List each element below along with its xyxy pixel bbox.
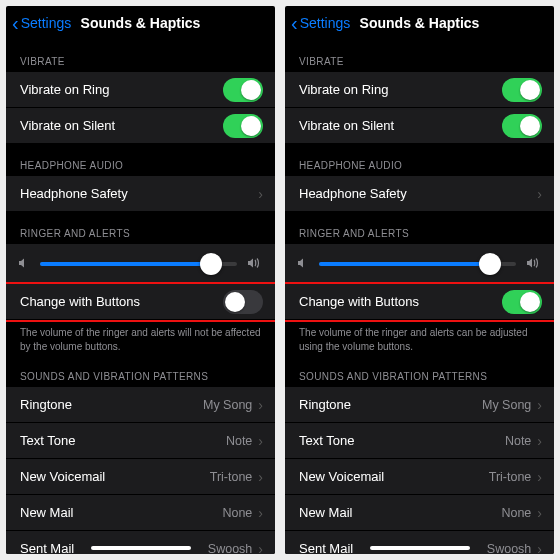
volume-slider[interactable] <box>40 262 237 266</box>
toggle-vibrate-ring[interactable] <box>502 78 542 102</box>
toggle-change-with-buttons[interactable] <box>223 290 263 314</box>
value: Swoosh <box>208 542 252 555</box>
toggle-change-with-buttons[interactable] <box>502 290 542 314</box>
chevron-right-icon: › <box>258 397 263 413</box>
section-vibrate: VIBRATE <box>285 40 554 72</box>
label: Text Tone <box>20 433 75 448</box>
back-label: Settings <box>300 15 351 31</box>
row-volume-slider <box>6 244 275 284</box>
label: Sent Mail <box>20 541 74 554</box>
value: None <box>501 506 531 520</box>
row-vibrate-silent[interactable]: Vibrate on Silent <box>285 108 554 144</box>
speaker-high-icon <box>526 257 542 272</box>
value: Tri-tone <box>489 470 532 484</box>
label: New Voicemail <box>299 469 384 484</box>
value: My Song <box>203 398 252 412</box>
row-vibrate-silent[interactable]: Vibrate on Silent <box>6 108 275 144</box>
chevron-right-icon: › <box>258 469 263 485</box>
chevron-right-icon: › <box>537 186 542 202</box>
section-patterns: SOUNDS AND VIBRATION PATTERNS <box>6 355 275 387</box>
back-button[interactable]: ‹ Settings <box>12 13 71 33</box>
chevron-right-icon: › <box>537 469 542 485</box>
chevron-right-icon: › <box>537 433 542 449</box>
label: New Mail <box>20 505 73 520</box>
scroll-area[interactable]: VIBRATE Vibrate on Ring Vibrate on Silen… <box>6 40 275 554</box>
toggle-vibrate-ring[interactable] <box>223 78 263 102</box>
chevron-left-icon: ‹ <box>12 13 19 33</box>
value: Swoosh <box>487 542 531 555</box>
row-sent-mail[interactable]: Sent Mail Swoosh› <box>285 531 554 554</box>
label: Ringtone <box>20 397 72 412</box>
row-ringtone[interactable]: Ringtone My Song› <box>285 387 554 423</box>
row-text-tone[interactable]: Text Tone Note› <box>6 423 275 459</box>
section-ringer: RINGER AND ALERTS <box>285 212 554 244</box>
row-vibrate-ring[interactable]: Vibrate on Ring <box>285 72 554 108</box>
label: Headphone Safety <box>20 186 128 201</box>
chevron-right-icon: › <box>537 541 542 555</box>
section-vibrate: VIBRATE <box>6 40 275 72</box>
home-indicator[interactable] <box>370 546 470 550</box>
footer-text: The volume of the ringer and alerts can … <box>285 320 554 355</box>
chevron-right-icon: › <box>258 505 263 521</box>
speaker-low-icon <box>18 257 30 272</box>
back-label: Settings <box>21 15 72 31</box>
row-new-mail[interactable]: New Mail None› <box>285 495 554 531</box>
row-headphone-safety[interactable]: Headphone Safety › <box>285 176 554 212</box>
row-change-with-buttons[interactable]: Change with Buttons <box>285 284 554 320</box>
chevron-right-icon: › <box>537 505 542 521</box>
volume-slider[interactable] <box>319 262 516 266</box>
chevron-right-icon: › <box>258 433 263 449</box>
phone-left: ‹ Settings Sounds & Haptics VIBRATE Vibr… <box>6 6 275 554</box>
toggle-vibrate-silent[interactable] <box>502 114 542 138</box>
label: Change with Buttons <box>20 294 140 309</box>
row-volume-slider <box>285 244 554 284</box>
row-vibrate-ring[interactable]: Vibrate on Ring <box>6 72 275 108</box>
section-headphone: HEADPHONE AUDIO <box>6 144 275 176</box>
row-sent-mail[interactable]: Sent Mail Swoosh› <box>6 531 275 554</box>
label: Vibrate on Ring <box>20 82 109 97</box>
label: Vibrate on Silent <box>299 118 394 133</box>
value: Note <box>505 434 531 448</box>
label: Change with Buttons <box>299 294 419 309</box>
home-indicator[interactable] <box>91 546 191 550</box>
label: Vibrate on Silent <box>20 118 115 133</box>
footer-text: The volume of the ringer and alerts will… <box>6 320 275 355</box>
label: Ringtone <box>299 397 351 412</box>
row-new-voicemail[interactable]: New Voicemail Tri-tone› <box>285 459 554 495</box>
chevron-left-icon: ‹ <box>291 13 298 33</box>
value: None <box>222 506 252 520</box>
label: New Voicemail <box>20 469 105 484</box>
label: Vibrate on Ring <box>299 82 388 97</box>
row-new-voicemail[interactable]: New Voicemail Tri-tone› <box>6 459 275 495</box>
scroll-area[interactable]: VIBRATE Vibrate on Ring Vibrate on Silen… <box>285 40 554 554</box>
row-ringtone[interactable]: Ringtone My Song› <box>6 387 275 423</box>
row-change-with-buttons[interactable]: Change with Buttons <box>6 284 275 320</box>
section-ringer: RINGER AND ALERTS <box>6 212 275 244</box>
section-headphone: HEADPHONE AUDIO <box>285 144 554 176</box>
row-headphone-safety[interactable]: Headphone Safety › <box>6 176 275 212</box>
row-new-mail[interactable]: New Mail None› <box>6 495 275 531</box>
slider-thumb[interactable] <box>200 253 222 275</box>
phone-right: ‹ Settings Sounds & Haptics VIBRATE Vibr… <box>285 6 554 554</box>
chevron-right-icon: › <box>537 397 542 413</box>
value: Tri-tone <box>210 470 253 484</box>
toggle-vibrate-silent[interactable] <box>223 114 263 138</box>
section-patterns: SOUNDS AND VIBRATION PATTERNS <box>285 355 554 387</box>
nav-bar: ‹ Settings Sounds & Haptics <box>6 6 275 40</box>
label: Text Tone <box>299 433 354 448</box>
value: My Song <box>482 398 531 412</box>
nav-bar: ‹ Settings Sounds & Haptics <box>285 6 554 40</box>
back-button[interactable]: ‹ Settings <box>291 13 350 33</box>
label: New Mail <box>299 505 352 520</box>
label: Headphone Safety <box>299 186 407 201</box>
label: Sent Mail <box>299 541 353 554</box>
slider-thumb[interactable] <box>479 253 501 275</box>
speaker-high-icon <box>247 257 263 272</box>
speaker-low-icon <box>297 257 309 272</box>
chevron-right-icon: › <box>258 186 263 202</box>
chevron-right-icon: › <box>258 541 263 555</box>
value: Note <box>226 434 252 448</box>
row-text-tone[interactable]: Text Tone Note› <box>285 423 554 459</box>
